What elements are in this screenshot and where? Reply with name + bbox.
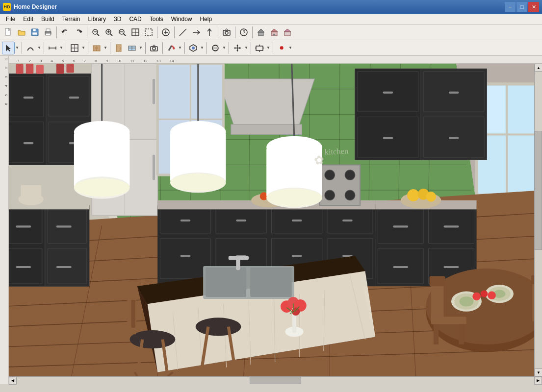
svg-rect-271 bbox=[431, 317, 466, 324]
nav-tool-arrow[interactable]: ▼ bbox=[266, 42, 271, 54]
cabinet-tool-arrow[interactable]: ▼ bbox=[103, 42, 108, 54]
svg-rect-35 bbox=[273, 34, 275, 36]
transform-tool-button[interactable] bbox=[231, 42, 244, 54]
vertical-scrollbar[interactable]: ▲ ▼ bbox=[534, 64, 542, 376]
paint-tool-button[interactable] bbox=[165, 42, 178, 54]
house-button[interactable] bbox=[268, 26, 281, 39]
svg-rect-256 bbox=[131, 297, 135, 328]
fit-button[interactable] bbox=[129, 26, 142, 39]
ruler-v-mark: 2 bbox=[4, 67, 8, 69]
menu-item-cad[interactable]: CAD bbox=[125, 15, 145, 24]
svg-rect-134 bbox=[26, 64, 33, 74]
ruler-horizontal: 1 2 3 4 5 6 7 8 9 10 11 12 13 14 bbox=[9, 56, 542, 64]
horizontal-scrollbar[interactable]: ◀ ▶ bbox=[9, 376, 542, 384]
record-button[interactable]: ⏺ bbox=[275, 42, 288, 54]
svg-rect-197 bbox=[393, 225, 408, 227]
scroll-v-track[interactable] bbox=[535, 72, 542, 368]
material-tool-arrow[interactable]: ▼ bbox=[200, 42, 205, 54]
print-button[interactable] bbox=[42, 26, 54, 39]
redo-button[interactable] bbox=[72, 26, 85, 39]
paint-tool-arrow[interactable]: ▼ bbox=[178, 42, 182, 54]
cabinet-tool-button[interactable] bbox=[90, 42, 103, 54]
window-tool-arrow[interactable]: ▼ bbox=[138, 42, 143, 54]
kitchen-svg: ✿ kitchen bbox=[9, 64, 534, 376]
3d-viewport[interactable]: ✿ kitchen bbox=[9, 64, 534, 376]
sep-t2-6 bbox=[145, 42, 146, 54]
ruler-v-mark: 6 bbox=[4, 103, 8, 105]
svg-rect-32 bbox=[258, 32, 263, 36]
ruler-vertical: 1 2 3 4 5 6 bbox=[0, 56, 9, 384]
measure-tool-arrow[interactable]: ▼ bbox=[59, 42, 64, 54]
arc-tool-arrow[interactable]: ▼ bbox=[37, 42, 42, 54]
zoom-out-button[interactable] bbox=[116, 26, 129, 39]
select-tool-arrow[interactable]: ▼ bbox=[15, 42, 20, 54]
sep-1 bbox=[56, 26, 57, 38]
line-button[interactable] bbox=[177, 26, 189, 39]
select-tool-button[interactable] bbox=[2, 42, 15, 54]
add-button[interactable] bbox=[159, 26, 172, 39]
arrow-button[interactable] bbox=[190, 26, 203, 39]
menu-item-edit[interactable]: Edit bbox=[19, 15, 37, 24]
sep-6 bbox=[235, 26, 235, 38]
scroll-v-thumb[interactable] bbox=[535, 131, 542, 249]
object-tool-button[interactable] bbox=[209, 42, 222, 54]
transform-tool-arrow[interactable]: ▼ bbox=[244, 42, 249, 54]
save-button[interactable] bbox=[28, 26, 41, 39]
maximize-button[interactable]: □ bbox=[516, 2, 527, 12]
floor-plan-arrow[interactable]: ▼ bbox=[81, 42, 86, 54]
svg-marker-33 bbox=[271, 29, 278, 32]
svg-rect-133 bbox=[16, 64, 23, 74]
svg-line-56 bbox=[169, 46, 172, 50]
menu-item-build[interactable]: Build bbox=[37, 15, 58, 24]
material-tool-button[interactable] bbox=[187, 42, 200, 54]
svg-rect-37 bbox=[284, 32, 290, 36]
zoom-small-button[interactable] bbox=[89, 26, 102, 39]
svg-rect-64 bbox=[256, 46, 263, 50]
menu-item-file[interactable]: File bbox=[2, 15, 19, 24]
menu-item-3d[interactable]: 3D bbox=[110, 15, 125, 24]
svg-rect-124 bbox=[421, 69, 487, 160]
svg-line-16 bbox=[124, 34, 126, 36]
arc-tool-button[interactable] bbox=[24, 42, 37, 54]
menu-item-help[interactable]: Help bbox=[196, 15, 216, 24]
scroll-up-button[interactable]: ▲ bbox=[535, 64, 542, 72]
open-button[interactable] bbox=[15, 26, 28, 39]
new-button[interactable] bbox=[2, 26, 15, 39]
menu-item-window[interactable]: Window bbox=[167, 15, 196, 24]
svg-rect-200 bbox=[444, 266, 459, 268]
object-tool-group: ▼ bbox=[209, 42, 227, 54]
door-button[interactable] bbox=[112, 42, 125, 54]
help-button[interactable]: ? bbox=[237, 26, 250, 39]
svg-point-190 bbox=[325, 190, 335, 200]
house2-button[interactable] bbox=[281, 26, 294, 39]
svg-rect-178 bbox=[292, 220, 302, 221]
svg-point-267 bbox=[481, 290, 488, 297]
scroll-h-track[interactable] bbox=[17, 377, 534, 384]
nav-tool-button[interactable] bbox=[253, 42, 266, 54]
scroll-down-button[interactable]: ▼ bbox=[535, 368, 542, 376]
minimize-button[interactable]: − bbox=[505, 2, 516, 12]
scroll-h-thumb[interactable] bbox=[250, 377, 302, 384]
window-tool-button[interactable] bbox=[126, 42, 138, 54]
camera-button[interactable] bbox=[148, 42, 160, 54]
menu-item-terrain[interactable]: Terrain bbox=[58, 15, 84, 24]
up-arrow-button[interactable] bbox=[203, 26, 216, 39]
svg-point-266 bbox=[472, 293, 481, 301]
transform-tool-group: ▼ bbox=[231, 42, 249, 54]
record-arrow[interactable]: ▼ bbox=[288, 42, 293, 54]
measure-tool-button[interactable] bbox=[46, 42, 59, 54]
photo-button[interactable] bbox=[220, 26, 233, 39]
svg-rect-130 bbox=[383, 137, 393, 139]
zoom-in-button[interactable] bbox=[103, 26, 115, 39]
object-tool-arrow[interactable]: ▼ bbox=[222, 42, 227, 54]
scroll-left-button[interactable]: ◀ bbox=[9, 377, 17, 385]
scroll-right-button[interactable]: ▶ bbox=[534, 377, 542, 385]
roof-button[interactable] bbox=[255, 26, 267, 39]
undo-button[interactable] bbox=[59, 26, 72, 39]
svg-rect-159 bbox=[16, 266, 31, 268]
select-region-button[interactable] bbox=[142, 26, 155, 39]
floor-plan-button[interactable] bbox=[68, 42, 81, 54]
menu-item-library[interactable]: Library bbox=[84, 15, 110, 24]
menu-item-tools[interactable]: Tools bbox=[146, 15, 167, 24]
close-button[interactable]: ✕ bbox=[528, 2, 539, 12]
